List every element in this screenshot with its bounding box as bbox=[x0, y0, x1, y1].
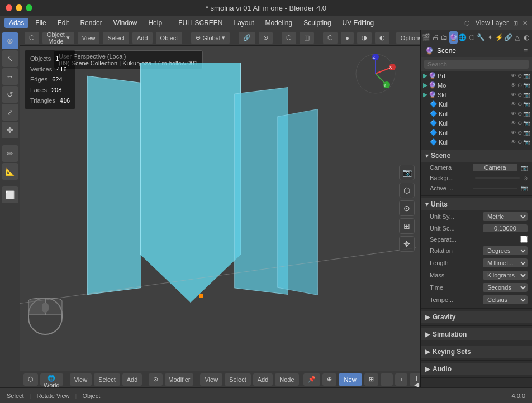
restrict-icon-4[interactable]: ⊙ bbox=[517, 101, 522, 107]
temp-dropdown[interactable]: Celsius bbox=[483, 295, 528, 304]
time-dropdown[interactable]: Seconds bbox=[483, 283, 528, 292]
select-box-tool[interactable]: ↖ bbox=[2, 50, 18, 67]
modifier-dropdown[interactable]: Modifier bbox=[165, 373, 193, 386]
outliner-item-skl[interactable]: ▶ 🔮 Skl 👁 ⊙ 📷 bbox=[421, 90, 532, 99]
file-menu[interactable]: File bbox=[31, 18, 50, 28]
eye-icon-8[interactable]: 👁 bbox=[511, 139, 516, 145]
scale-tool[interactable]: ⤢ bbox=[2, 104, 18, 121]
plus-btn[interactable]: + bbox=[395, 373, 407, 386]
eye-icon[interactable]: 👁 bbox=[511, 73, 516, 79]
zoom-to-fit-btn[interactable]: ⊙ bbox=[399, 200, 415, 216]
add-btn[interactable]: Add bbox=[132, 32, 153, 44]
scene-section-header[interactable]: ▾ Scene bbox=[421, 150, 532, 162]
material-preview-btn[interactable]: ◑ bbox=[357, 32, 372, 44]
material-props-icon[interactable]: ◐ bbox=[522, 31, 531, 44]
render-icon-2[interactable]: 📷 bbox=[523, 82, 530, 88]
restrict-icon-3[interactable]: ⊙ bbox=[517, 92, 522, 98]
restrict-icon-7[interactable]: ⊙ bbox=[517, 129, 522, 136]
eye-icon-5[interactable]: 👁 bbox=[511, 111, 516, 117]
help-menu[interactable]: Help bbox=[144, 18, 167, 28]
overlay-btn[interactable]: ⬡ bbox=[282, 32, 296, 44]
camera-value[interactable]: Camera bbox=[473, 164, 517, 171]
adas-menu[interactable]: Adas bbox=[4, 18, 28, 28]
unit-scale-value[interactable]: 0.10000 bbox=[483, 224, 528, 232]
xray-btn[interactable]: ◫ bbox=[300, 32, 314, 44]
keying-header[interactable]: ▶ Keying Sets bbox=[421, 346, 532, 358]
separate-checkbox[interactable] bbox=[520, 236, 528, 243]
object-mode-btn[interactable]: Object Mode ▾ bbox=[42, 32, 74, 44]
outliner-search[interactable] bbox=[424, 60, 529, 69]
outliner-item-prf[interactable]: ▶ 🔮 Prf 👁 ⊙ 📷 bbox=[421, 71, 532, 80]
restrict-icon-6[interactable]: ⊙ bbox=[517, 120, 522, 126]
restrict-icon-8[interactable]: ⊙ bbox=[517, 139, 522, 145]
modifier-props-icon[interactable]: 🔧 bbox=[477, 31, 485, 44]
viewport-shading-btn[interactable]: ⬡ bbox=[25, 32, 39, 44]
view-btn[interactable]: View bbox=[78, 32, 100, 44]
outliner-item-kul1[interactable]: 🔷 Kul 👁 ⊙ 📷 bbox=[421, 99, 532, 109]
bottom-view2-btn[interactable]: View bbox=[200, 373, 222, 386]
annotate-tool[interactable]: ✏ bbox=[2, 145, 18, 162]
physics-props-icon[interactable]: ⚡ bbox=[495, 31, 504, 44]
bottom-view-btn[interactable]: View bbox=[70, 373, 92, 386]
window-menu[interactable]: Window bbox=[109, 18, 142, 28]
editor-type-btn[interactable]: ⬡ bbox=[23, 373, 38, 386]
active-value[interactable] bbox=[473, 188, 517, 189]
slot-btn[interactable]: ⊞ bbox=[364, 373, 378, 386]
edit-menu[interactable]: Edit bbox=[53, 18, 74, 28]
render-menu[interactable]: Render bbox=[75, 18, 106, 28]
pin-btn[interactable]: 📌 bbox=[303, 373, 320, 386]
wireframe-btn[interactable]: ⬡ bbox=[323, 32, 338, 44]
measure-tool[interactable]: 📐 bbox=[2, 163, 18, 180]
add-primitive-tool[interactable]: ⬜ bbox=[2, 186, 18, 203]
bottom-select-btn[interactable]: Select bbox=[94, 373, 120, 386]
outliner-item-kul2[interactable]: 🔷 Kul 👁 ⊙ 📷 bbox=[421, 109, 532, 118]
outliner-item-kul4[interactable]: 🔷 Kul 👁 ⊙ 📷 bbox=[421, 128, 532, 137]
length-dropdown[interactable]: Millimet... Meters bbox=[483, 258, 528, 267]
world-dropdown[interactable]: 🌐 World ▾ bbox=[40, 373, 63, 386]
view-layer-props-icon[interactable]: 🗂 bbox=[440, 31, 449, 44]
select-btn[interactable]: Select bbox=[103, 32, 129, 44]
bg-icon[interactable]: ⊙ bbox=[523, 175, 528, 181]
unit-system-dropdown[interactable]: Metric Imperial bbox=[483, 212, 528, 221]
browse-node-btn[interactable]: ⊕ bbox=[322, 373, 336, 386]
solid-btn[interactable]: ● bbox=[341, 32, 354, 44]
outliner-item-mo[interactable]: ▶ 🔮 Mo 👁 ⊙ 📷 bbox=[421, 80, 532, 90]
panel-options-icon[interactable]: ≡ bbox=[524, 47, 528, 55]
new-btn[interactable]: New bbox=[339, 373, 362, 386]
close-button[interactable] bbox=[6, 4, 12, 11]
uv-editing-menu[interactable]: UV Editing bbox=[338, 18, 379, 28]
object-props-icon[interactable]: ⬡ bbox=[468, 31, 476, 44]
minus-btn[interactable]: − bbox=[381, 373, 393, 386]
restrict-icon-5[interactable]: ⊙ bbox=[517, 111, 522, 117]
panel-expand-icon[interactable]: ⊞ bbox=[513, 20, 518, 27]
render-icon-4[interactable]: 📷 bbox=[523, 101, 530, 107]
cursor-tool[interactable]: ⊕ bbox=[2, 32, 18, 49]
node-btn[interactable]: Node bbox=[275, 373, 298, 386]
gravity-header[interactable]: ▶ Gravity bbox=[421, 311, 532, 323]
particles-props-icon[interactable]: ✦ bbox=[486, 31, 494, 44]
data-props-icon[interactable]: △ bbox=[513, 31, 521, 44]
nav-btn-1[interactable]: |◀ bbox=[410, 373, 420, 386]
align-view-btn[interactable]: ✥ bbox=[399, 236, 415, 252]
audio-header[interactable]: ▶ Audio bbox=[421, 363, 532, 375]
view-selected-btn[interactable]: ⊞ bbox=[399, 218, 415, 234]
transform-tool[interactable]: ✥ bbox=[2, 122, 18, 138]
simulation-header[interactable]: ▶ Simulation bbox=[421, 328, 532, 340]
minimize-button[interactable] bbox=[16, 4, 22, 11]
scene-props-icon[interactable]: 🔮 bbox=[449, 31, 458, 44]
render-icon-8[interactable]: 📷 bbox=[523, 139, 530, 145]
transform-orientation-btn[interactable]: ⊕ Global ▾ bbox=[191, 32, 230, 44]
3d-viewport[interactable]: User Perspective (Local) (89) Scene Coll… bbox=[20, 46, 420, 371]
modeling-menu[interactable]: Modeling bbox=[261, 18, 297, 28]
world-props-icon[interactable]: 🌐 bbox=[458, 31, 467, 44]
proportional-edit-btn[interactable]: ⊙ bbox=[259, 32, 273, 44]
render-icon[interactable]: 📷 bbox=[523, 73, 530, 79]
rotation-dropdown[interactable]: Degrees Radians bbox=[483, 246, 528, 255]
bottom-select2-btn[interactable]: Select bbox=[225, 373, 251, 386]
output-props-icon[interactable]: 🖨 bbox=[431, 31, 439, 44]
layout-menu[interactable]: Layout bbox=[229, 18, 258, 28]
maximize-button[interactable] bbox=[26, 4, 32, 11]
restrict-icon-2[interactable]: ⊙ bbox=[517, 82, 522, 88]
constraints-props-icon[interactable]: 🔗 bbox=[504, 31, 512, 44]
snap-toggle[interactable]: 🔗 bbox=[239, 32, 255, 44]
